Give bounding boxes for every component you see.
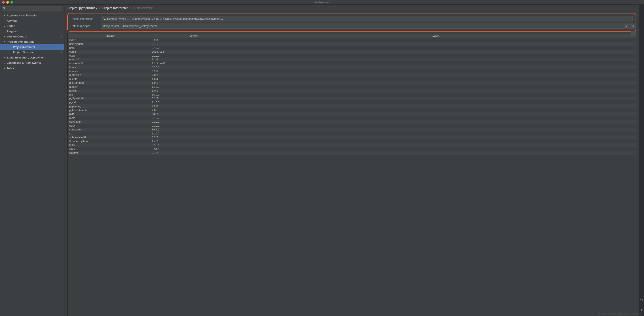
table-row[interactable]: boto2.49.0 [68,46,636,50]
dropdown-arrow-button[interactable]: ▼ [624,23,629,29]
table-row[interactable]: pyparsing2.2.0 [68,104,636,108]
cell-version: 1.13.3 [152,85,236,88]
sidebar-item-label: Project Structure [13,51,62,54]
table-row[interactable]: Pillow5.2.0 [68,38,636,42]
table-row[interactable]: redis2.10.6 [68,116,636,120]
cell-package: boto [68,46,152,49]
table-row[interactable]: subprocess323.2.7 [68,135,636,139]
close-icon[interactable] [2,1,5,3]
table-row[interactable]: futures3.2.0 [68,69,636,73]
sidebar-item-project-pythonstudy[interactable]: ▼Project: pythonStudy⎘ [0,39,64,44]
arrow-icon: ▶ [4,14,7,17]
sidebar-item-languages-frameworks[interactable]: ▶Languages & Frameworks [0,60,64,65]
cell-version: 3.2.3.post2 [152,62,236,65]
svg-rect-1 [104,19,106,20]
cell-version: 0.19.1 [152,124,236,127]
arrow-icon: ▶ [4,25,7,27]
table-body[interactable]: Pillow5.2.0bolt-python0.7.1boto2.49.0cer… [68,38,636,316]
table-row[interactable]: bolt-python0.7.1 [68,42,636,46]
table-row[interactable]: mkl-random1.0.1 [68,81,636,85]
arrow-icon: ▶ [4,62,7,64]
scope-icon: ⎘ [61,51,62,54]
sidebar-item-appearance-behavior[interactable]: ▶Appearance & Behavior [0,13,64,18]
search-icon: 🔍 [3,7,6,10]
maximize-icon[interactable] [10,1,13,3]
table-row[interactable]: mkl-fft1.0.4 [68,77,636,81]
table-row[interactable]: scikit-learn0.19.2 [68,120,636,124]
table-row[interactable]: certifi2018.4.16 [68,50,636,54]
cell-package: wheel [68,147,152,151]
th-version[interactable]: Version [152,33,236,38]
sidebar-item-version-control[interactable]: ▶Version Control⎘ [0,34,64,39]
sidebar-item-project-interpreter[interactable]: Project Interpreter⎘ [0,44,64,50]
sidebar-item-keymap[interactable]: Keymap [0,18,64,23]
breadcrumb: Project: pythonStudy › Project Interpret… [64,5,639,11]
gear-icon[interactable]: ⚙ [630,23,636,29]
th-package[interactable]: Package [68,33,152,38]
cell-package: certifi [68,50,152,53]
traffic-lights [0,1,13,3]
cell-package: pip [68,93,152,96]
table-row[interactable]: pip10.0.1 [68,93,636,97]
table-row[interactable]: python-dateutil2.6.1 [68,108,636,112]
cell-version: 39.2.0 [152,128,236,131]
body-area: 🔍 ▶Appearance & BehaviorKeymap▶EditorPlu… [0,5,644,316]
path-mappings-row: Path mappings: <Project root>→/home/pyth… [68,22,636,29]
path-browse-button[interactable]: … [630,31,636,36]
sidebar-item-label: Languages & Frameworks [7,61,62,64]
table-row[interactable]: scipy0.19.1 [68,124,636,128]
cell-package: pytz [68,112,152,115]
cell-package: scikit-learn [68,120,152,123]
minimize-icon[interactable] [6,1,9,3]
table-row[interactable]: thunder-python1.4.2 [68,139,636,143]
download-icon[interactable]: ⬇ [640,309,643,312]
cell-package: pySparkUtils [68,97,152,100]
table-row[interactable]: pySparkUtils0.2.5 [68,97,636,101]
sidebar-item-label: Keymap [7,19,62,22]
interpreter-config-box: Project Interpreter: Remote Python 2.7.1… [68,13,636,31]
search-input[interactable] [2,6,62,10]
cell-package: Pillow [68,38,152,42]
arrow-icon: ▶ [4,35,7,38]
sidebar-item-tools[interactable]: ▶Tools [0,65,64,71]
cell-package: cycler [68,54,152,57]
table-row[interactable]: pathlib1.0.1 [68,89,636,93]
sidebar-item-label: Project: pythonStudy [7,40,62,43]
interpreter-dropdown[interactable]: Remote Python 2.7.15 (sftp://root@172.16… [101,16,633,21]
titlebar: Preferences [0,0,644,5]
sidebar-item-plugins[interactable]: Plugins [0,29,64,34]
cell-package: python-dateutil [68,109,152,112]
table-row[interactable]: pycairo1.10.0 [68,100,636,104]
table-header: Package Version Latest [68,33,636,38]
cell-version: 1.0.1 [152,81,236,84]
table-row[interactable]: pytz2017.2 [68,112,636,116]
table-row[interactable]: numpy1.13.3 [68,85,636,89]
cell-package: wsgiref [68,151,152,154]
table-row[interactable]: wheel0.31.1 [68,147,636,151]
cell-version: 3.2.7 [152,136,236,139]
table-row[interactable]: setuptools39.2.0 [68,128,636,132]
path-mappings-field[interactable]: <Project root>→/home/python_test/pyCharm [101,23,633,29]
watermark: https://blog.csdn.net/James1vt [599,313,641,315]
table-row[interactable]: cycler0.10.0 [68,54,636,58]
table-row[interactable]: matplotlib2.0.2 [68,73,636,77]
th-latest[interactable]: Latest [236,33,636,38]
cell-package: pycairo [68,101,152,104]
sidebar-item-label: Editor [7,24,62,27]
table-row[interactable]: future0.16.0 [68,65,636,69]
table-row[interactable]: enum341.1.6 [68,58,636,62]
cell-version: 0.1.2 [152,151,236,154]
sidebar-item-editor[interactable]: ▶Editor [0,23,64,29]
right-gutter: ⬇ [639,5,644,316]
scope-icon: ⎘ [61,40,62,43]
sidebar-item-project-structure[interactable]: Project Structure⎘ [0,50,64,55]
cell-package: matplotlib [68,73,152,77]
table-row[interactable]: wsgiref0.1.2 [68,151,636,155]
table-row[interactable]: functools323.2.3.post2 [68,61,636,65]
settings-tree[interactable]: ▶Appearance & BehaviorKeymap▶EditorPlugi… [0,12,64,316]
table-row[interactable]: tifffile0.15.1 [68,143,636,147]
table-row[interactable]: six1.10.0 [68,131,636,135]
sidebar-item-build-execution-deployment[interactable]: ▶Build, Execution, Deployment [0,55,64,60]
cell-package: subprocess32 [68,136,152,139]
sidebar: 🔍 ▶Appearance & BehaviorKeymap▶EditorPlu… [0,5,64,316]
